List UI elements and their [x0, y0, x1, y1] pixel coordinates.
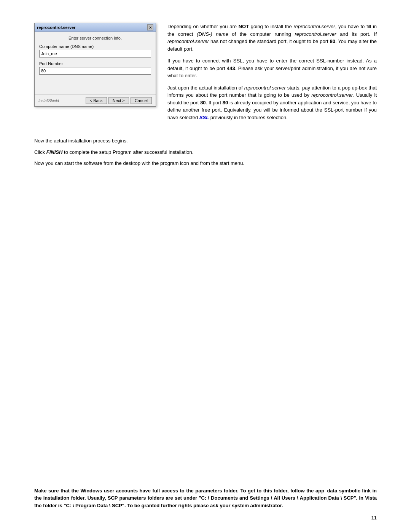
- body-paragraphs: Now the actual installation process begi…: [34, 137, 377, 167]
- dialog-titlebar: reprocontrol.server ✕: [35, 23, 156, 32]
- page: reprocontrol.server ✕ Enter server conne…: [0, 0, 411, 532]
- dialog-title: reprocontrol.server: [37, 25, 75, 30]
- body-paragraph-1: Now the actual installation process begi…: [34, 137, 377, 145]
- dialog-spacer: [39, 76, 151, 91]
- right-paragraph-3: Just upon the actual installation of rep…: [167, 84, 377, 121]
- computer-name-label: Computer name (DNS name): [39, 44, 151, 49]
- dialog-subtitle: Enter server connection info.: [39, 36, 151, 40]
- dialog-buttons: < Back Next > Cancel: [86, 97, 152, 104]
- dialog-footer: InstallShield < Back Next > Cancel: [35, 94, 156, 106]
- dialog-window: reprocontrol.server ✕ Enter server conne…: [34, 23, 156, 107]
- body-paragraph-2: Click FINISH to complete the setup Progr…: [34, 149, 377, 156]
- cancel-button[interactable]: Cancel: [131, 97, 152, 104]
- page-number: 11: [371, 515, 377, 521]
- right-paragraph-1: Depending on whether you are NOT going t…: [167, 23, 377, 53]
- port-number-label: Port Number: [39, 61, 151, 66]
- port-number-input[interactable]: [39, 67, 151, 75]
- computer-name-input[interactable]: [39, 50, 151, 58]
- right-paragraph-2: If you have to connect with SSL, you hav…: [167, 57, 377, 80]
- top-section: reprocontrol.server ✕ Enter server conne…: [34, 23, 377, 126]
- body-paragraph-3: Now you can start the software from the …: [34, 160, 377, 167]
- back-button[interactable]: < Back: [86, 97, 107, 104]
- installshield-label: InstallShield: [38, 99, 59, 103]
- bottom-bold-text: Make sure that the Windows user accounts…: [34, 487, 377, 510]
- dialog-body: Enter server connection info. Computer n…: [35, 32, 156, 94]
- dialog-container: reprocontrol.server ✕ Enter server conne…: [34, 23, 156, 126]
- right-text-column: Depending on whether you are NOT going t…: [167, 23, 377, 126]
- next-button[interactable]: Next >: [108, 97, 129, 104]
- dialog-close-button[interactable]: ✕: [147, 24, 153, 30]
